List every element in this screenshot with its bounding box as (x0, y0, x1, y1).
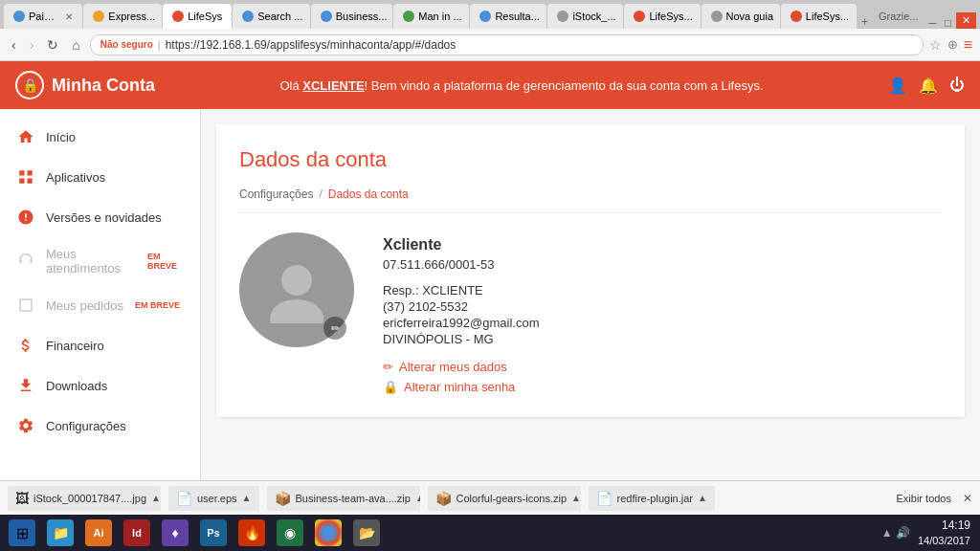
tab-favicon-8 (634, 11, 645, 22)
tab-7[interactable]: iStock_... ✕ (547, 4, 623, 29)
download-item-3[interactable]: 📦 Colorful-gears-icons.zip ▲ (428, 486, 581, 511)
explorer-icon: 📁 (47, 519, 74, 546)
tab-close-2[interactable]: ✕ (230, 11, 232, 22)
back-button[interactable]: ‹ (8, 35, 20, 55)
download-item-1[interactable]: 📄 user.eps ▲ (168, 486, 259, 511)
tab-10[interactable]: LifeSys... ✕ (781, 4, 857, 29)
minimize-btn[interactable]: ─ (925, 17, 941, 29)
tab-favicon-5 (403, 11, 414, 22)
sidebar-item-downloads[interactable]: Downloads (0, 365, 200, 406)
edit-data-link[interactable]: ✏ Alterar meus dados (383, 360, 539, 374)
sidebar-item-versoes[interactable]: Versões e novidades (0, 197, 200, 237)
bell-icon-btn[interactable]: 🔔 (919, 77, 938, 95)
bookmark-icon[interactable]: ☆ (929, 37, 942, 53)
tab-8[interactable]: LifeSys... ✕ (624, 4, 700, 29)
sidebar-item-financeiro[interactable]: Financeiro (0, 325, 200, 365)
forward-button[interactable]: › (26, 35, 38, 55)
tab-favicon-6 (479, 11, 491, 22)
download-file-icon-2: 📦 (275, 491, 291, 506)
tab-close-0[interactable]: ✕ (65, 11, 73, 22)
tab-1[interactable]: Express... ✕ (83, 4, 162, 29)
logo-text: Minha Conta (52, 76, 155, 96)
download-file-icon-1: 📄 (176, 491, 192, 506)
taskbar-explorer[interactable]: 📁 (42, 518, 78, 548)
home-button[interactable]: ⌂ (68, 35, 83, 55)
indesign-icon: Id (123, 519, 150, 546)
show-all-downloads-btn[interactable]: Exibir todos (897, 493, 951, 504)
download-arrow-4[interactable]: ▲ (698, 493, 707, 503)
download-arrow-0[interactable]: ▲ (151, 493, 161, 503)
header-welcome: Olá XCLIENTE! Bem vindo a plataforma de … (279, 78, 763, 93)
menu-icon[interactable]: ≡ (964, 36, 972, 54)
user-icon-btn[interactable]: 👤 (888, 77, 907, 95)
profile-section: ✏ Xcliente 07.511.666/0001-53 Resp.: XCL… (239, 232, 942, 394)
downloads-close-btn[interactable]: ✕ (963, 492, 972, 505)
tab-label-2: LifeSys (188, 11, 222, 22)
sidebar-item-pedidos: Meus pedidos EM BREVE (0, 285, 200, 325)
tab-9[interactable]: Nova guia ✕ (702, 4, 780, 29)
taskbar-app4[interactable]: ♦ (157, 518, 193, 548)
breadcrumb-separator: / (319, 187, 322, 201)
tab-5[interactable]: Man in ... ✕ (393, 4, 469, 29)
sidebar-item-configuracoes[interactable]: Configurações (0, 406, 200, 446)
svg-point-0 (281, 265, 312, 296)
new-tab-btn[interactable]: + (858, 15, 872, 29)
taskbar-app6[interactable]: 🔥 (234, 518, 270, 548)
avatar-edit-btn[interactable]: ✏ (323, 317, 346, 340)
app6-icon: 🔥 (238, 519, 265, 546)
download-label-1: user.eps (197, 493, 237, 504)
tab-0[interactable]: Painel A... ✕ (4, 4, 82, 29)
extensions-icon[interactable]: ⊕ (947, 37, 958, 52)
tab-3[interactable]: Search ... ✕ (233, 4, 309, 29)
breadcrumb-root[interactable]: Configurações (239, 187, 313, 201)
tab-2[interactable]: LifeSys ✕ (163, 4, 232, 29)
edit-data-label: Alterar meus dados (399, 360, 507, 374)
sidebar-label-configuracoes: Configurações (46, 419, 126, 433)
taskbar-illustrator[interactable]: Ai (80, 518, 117, 548)
download-label-3: Colorful-gears-icons.zip (457, 493, 568, 504)
svg-point-1 (270, 299, 323, 323)
app-logo: 🔒 Minha Conta (15, 71, 155, 99)
photoshop-icon: Ps (200, 519, 227, 546)
clock-date: 14/03/2017 (918, 534, 970, 548)
logout-icon-btn[interactable]: ⏻ (949, 77, 965, 94)
tab-6[interactable]: Resulta... ✕ (470, 4, 546, 29)
profile-btn[interactable]: Grazie... (873, 11, 924, 22)
profile-doc: 07.511.666/0001-53 (383, 257, 539, 272)
content-card: Dados da conta Configurações / Dados da … (216, 124, 965, 417)
start-button[interactable]: ⊞ (4, 518, 40, 548)
badge-atendimentos: EM BREVE (147, 252, 185, 271)
address-input[interactable]: Não seguro | https://192.168.1.69/appsli… (90, 34, 924, 55)
profile-email: ericferreira1992@gmail.com (383, 316, 539, 330)
security-warning: Não seguro (100, 39, 153, 50)
lock-icon: 🔒 (383, 380, 398, 394)
download-arrow-2[interactable]: ▲ (415, 493, 420, 503)
close-window-btn[interactable]: ✕ (956, 12, 976, 29)
avatar-container: ✏ (239, 232, 354, 347)
taskbar-app7[interactable]: ◉ (272, 518, 308, 548)
reload-button[interactable]: ↻ (43, 35, 62, 55)
box-icon (15, 295, 36, 316)
tab-label-8: LifeSys... (649, 11, 692, 22)
change-password-link[interactable]: 🔒 Alterar minha senha (383, 380, 539, 394)
page-title: Dados da conta (239, 147, 942, 172)
download-arrow-3[interactable]: ▲ (571, 493, 580, 503)
download-item-2[interactable]: 📦 Business-team-ava....zip ▲ (267, 486, 420, 511)
download-item-4[interactable]: 📄 redfire-plugin.jar ▲ (589, 486, 715, 511)
welcome-link[interactable]: XCLIENTE (302, 78, 364, 93)
tab-4[interactable]: Business... ✕ (311, 4, 393, 29)
taskbar-indesign[interactable]: Id (119, 518, 155, 548)
taskbar-photoshop[interactable]: Ps (195, 518, 232, 548)
sidebar-label-aplicativos: Aplicativos (46, 170, 105, 185)
maximize-btn[interactable]: □ (941, 17, 955, 29)
download-arrow-1[interactable]: ▲ (242, 493, 252, 503)
system-tray: ▲ 🔊 (881, 526, 910, 540)
headset-icon (15, 251, 36, 272)
sidebar-item-atendimentos: Meus atendimentos EM BREVE (0, 237, 200, 285)
main-area: Dados da conta Configurações / Dados da … (201, 109, 980, 480)
sidebar-item-aplicativos[interactable]: Aplicativos (0, 157, 200, 197)
download-item-0[interactable]: 🖼 iStock_000017847....jpg ▲ (8, 486, 161, 511)
taskbar-app9[interactable]: 📂 (348, 518, 385, 548)
taskbar-chrome[interactable] (310, 518, 346, 548)
sidebar-item-inicio[interactable]: Início (0, 117, 200, 157)
